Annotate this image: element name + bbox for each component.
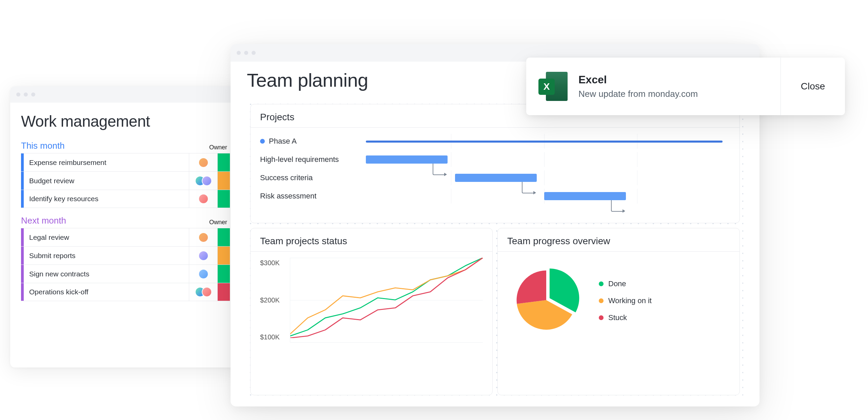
task-row[interactable]: Submit reports bbox=[21, 246, 230, 265]
y-tick: $300K bbox=[260, 259, 290, 267]
divider bbox=[251, 251, 492, 252]
work-management-window: Work management This month Owner Expense… bbox=[10, 86, 241, 368]
gantt-bar[interactable] bbox=[544, 192, 626, 200]
toast-message: New update from monday.com bbox=[578, 89, 698, 99]
avatar bbox=[202, 176, 212, 186]
chrome-dot-icon bbox=[16, 92, 20, 97]
phase-dot-icon bbox=[260, 139, 265, 144]
chrome-dot-icon bbox=[244, 51, 248, 55]
task-label: Sign new contracts bbox=[24, 265, 189, 283]
gantt-track bbox=[358, 189, 730, 204]
y-tick: $200K bbox=[260, 296, 290, 304]
legend-label: Done bbox=[608, 279, 626, 288]
task-label: Expense reimbursement bbox=[24, 153, 189, 171]
dashboard-area: Projects Phase A High-level requirements bbox=[247, 101, 743, 399]
task-row[interactable]: Budget review bbox=[21, 171, 230, 190]
legend-dot-icon bbox=[599, 315, 604, 320]
group-accent bbox=[21, 190, 24, 208]
legend-dot-icon bbox=[599, 281, 604, 286]
avatar bbox=[198, 269, 209, 279]
toast-title: Excel bbox=[578, 74, 698, 86]
owner-cell[interactable] bbox=[189, 172, 218, 190]
owner-cell[interactable] bbox=[189, 265, 218, 283]
page-title: Work management bbox=[21, 112, 230, 130]
gantt-track bbox=[358, 152, 730, 167]
pie-chart bbox=[507, 261, 585, 340]
task-label: Identify key resources bbox=[24, 190, 189, 208]
gantt-summary-bar[interactable] bbox=[366, 141, 723, 143]
toast-body[interactable]: X Excel New update from monday.com bbox=[526, 58, 781, 115]
group-accent bbox=[21, 153, 24, 171]
legend-item[interactable]: Working on it bbox=[599, 296, 652, 305]
avatar bbox=[198, 194, 209, 204]
status-cell[interactable] bbox=[218, 283, 230, 301]
task-row[interactable]: Operations kick-off bbox=[21, 283, 230, 301]
y-tick: $100K bbox=[260, 333, 290, 341]
card-title: Team progress overview bbox=[507, 236, 730, 247]
task-label: Operations kick-off bbox=[24, 283, 189, 301]
phase-name: Phase A bbox=[269, 137, 297, 146]
chrome-dot-icon bbox=[237, 51, 241, 55]
y-axis: $300K $200K $100K bbox=[260, 258, 290, 342]
task-label: Budget review bbox=[24, 172, 189, 190]
group-title-next-month[interactable]: Next month bbox=[21, 215, 66, 226]
chrome-dot-icon bbox=[252, 51, 256, 55]
legend-dot-icon bbox=[599, 298, 604, 303]
gantt-bar[interactable] bbox=[455, 174, 537, 182]
gantt-row-label[interactable]: Risk assessment bbox=[260, 189, 358, 204]
divider bbox=[251, 127, 739, 128]
chrome-dot-icon bbox=[24, 92, 28, 97]
avatar bbox=[202, 287, 212, 297]
chrome-dot-icon bbox=[31, 92, 35, 97]
group-accent bbox=[21, 247, 24, 265]
group-title-this-month[interactable]: This month bbox=[21, 141, 65, 151]
status-cell[interactable] bbox=[218, 153, 230, 171]
group-accent bbox=[21, 228, 24, 246]
status-cell[interactable] bbox=[218, 247, 230, 265]
gantt-row-label[interactable]: Success criteria bbox=[260, 170, 358, 185]
line-chart: $300K $200K $100K bbox=[260, 258, 483, 342]
owner-cell[interactable] bbox=[189, 283, 218, 301]
gantt-row-label[interactable]: High-level requirements bbox=[260, 152, 358, 167]
task-row[interactable]: Expense reimbursement bbox=[21, 153, 230, 171]
gantt-chart: Phase A High-level requirements Success … bbox=[260, 134, 730, 204]
column-header-owner: Owner bbox=[209, 144, 230, 151]
group-accent bbox=[21, 265, 24, 283]
status-cell[interactable] bbox=[218, 228, 230, 246]
task-row[interactable]: Legal review bbox=[21, 228, 230, 246]
owner-cell[interactable] bbox=[189, 228, 218, 246]
chart-legend: Done Working on it Stuck bbox=[599, 279, 652, 322]
avatar bbox=[198, 232, 209, 243]
close-button[interactable]: Close bbox=[781, 58, 845, 115]
avatar bbox=[198, 158, 209, 168]
gantt-phase-label[interactable]: Phase A bbox=[260, 134, 358, 149]
legend-item[interactable]: Stuck bbox=[599, 313, 652, 322]
task-label: Legal review bbox=[24, 228, 189, 246]
divider bbox=[498, 251, 739, 252]
group-accent bbox=[21, 172, 24, 190]
excel-icon: X bbox=[538, 72, 568, 101]
owner-cell[interactable] bbox=[189, 190, 218, 208]
projects-card: Projects Phase A High-level requirements bbox=[250, 104, 740, 223]
gantt-track bbox=[358, 170, 730, 185]
status-cell[interactable] bbox=[218, 190, 230, 208]
team-progress-overview-card: Team progress overview Done bbox=[497, 228, 740, 395]
status-cell[interactable] bbox=[218, 265, 230, 283]
legend-label: Working on it bbox=[608, 296, 652, 305]
task-label: Submit reports bbox=[24, 247, 189, 265]
legend-item[interactable]: Done bbox=[599, 279, 652, 288]
group-accent bbox=[21, 283, 24, 301]
owner-cell[interactable] bbox=[189, 153, 218, 171]
notification-toast: X Excel New update from monday.com Close bbox=[526, 58, 845, 115]
owner-cell[interactable] bbox=[189, 247, 218, 265]
card-title: Team projects status bbox=[260, 236, 483, 247]
window-chrome bbox=[10, 86, 241, 103]
column-header-owner: Owner bbox=[209, 219, 230, 226]
task-row[interactable]: Sign new contracts bbox=[21, 265, 230, 283]
gantt-bar[interactable] bbox=[366, 155, 448, 164]
task-row[interactable]: Identify key resources bbox=[21, 190, 230, 208]
team-projects-status-card: Team projects status $300K $200K $100K bbox=[250, 228, 493, 395]
status-cell[interactable] bbox=[218, 172, 230, 190]
gantt-track bbox=[358, 134, 730, 149]
avatar bbox=[198, 251, 209, 261]
